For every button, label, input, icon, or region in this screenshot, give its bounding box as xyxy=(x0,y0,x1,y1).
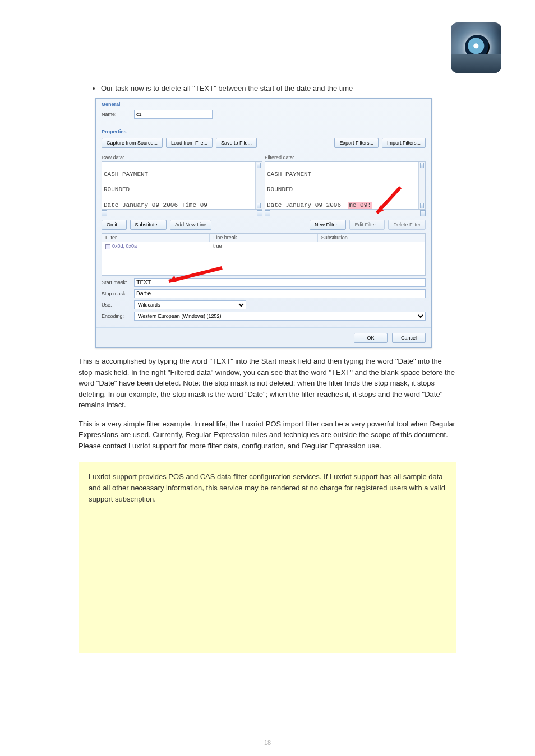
page-number: 18 xyxy=(0,739,535,746)
name-label: Name: xyxy=(102,112,131,117)
new-filter-button[interactable]: New Filter... xyxy=(310,220,347,230)
edit-filter-button[interactable]: Edit Filter... xyxy=(349,220,385,230)
col-filter: Filter xyxy=(102,234,210,242)
raw-scrollbar-h[interactable] xyxy=(102,210,262,216)
filter-table-body[interactable]: 0x0d, 0x0a true xyxy=(102,242,426,276)
section-properties-title: Properties xyxy=(102,129,426,134)
stop-mask-label: Stop mask: xyxy=(102,291,131,296)
load-from-file-button[interactable]: Load from File... xyxy=(166,138,213,148)
linebreak-value-cell: true xyxy=(213,243,222,249)
substitute-button[interactable]: Substitute... xyxy=(130,220,167,230)
filtered-data-box: CASH PAYMENT ROUNDED Date January 09 200… xyxy=(265,161,426,210)
table-row: 0x0d, 0x0a xyxy=(102,243,210,275)
cancel-button[interactable]: Cancel xyxy=(392,333,426,343)
filtered-data-label: Filtered data: xyxy=(265,155,426,160)
paragraph-1: This is accomplished by typing the word … xyxy=(79,356,456,411)
start-mask-input[interactable] xyxy=(134,278,426,287)
brand-logo xyxy=(451,22,501,73)
encoding-select[interactable]: Western European (Windows) (1252) xyxy=(134,312,426,321)
wolf-muzzle xyxy=(451,54,501,73)
delete-filter-button[interactable]: Delete Filter xyxy=(388,220,426,230)
capture-from-source-button[interactable]: Capture from Source... xyxy=(102,138,163,148)
intro-bullet: Our task now is to delete all "TEXT" bet… xyxy=(101,84,501,92)
name-input[interactable] xyxy=(134,110,213,119)
row-marker-icon xyxy=(105,244,110,249)
support-callout: Luxriot support provides POS and CAS dat… xyxy=(79,462,456,653)
filter-table-header: Filter Line break Substitution xyxy=(102,233,426,242)
add-new-line-button[interactable]: Add New Line xyxy=(170,220,211,230)
export-filters-button[interactable]: Export Filters... xyxy=(334,138,379,148)
raw-scrollbar-v[interactable] xyxy=(255,162,262,209)
paragraph-2: This is a very simple filter example. In… xyxy=(79,419,456,452)
filter-value-cell: 0x0d, 0x0a xyxy=(112,243,137,249)
stop-mask-input[interactable] xyxy=(134,289,426,298)
encoding-label: Encoding: xyxy=(102,313,131,319)
ok-button[interactable]: OK xyxy=(354,333,388,343)
filtered-scrollbar-h[interactable] xyxy=(265,210,426,216)
use-label: Use: xyxy=(102,302,131,308)
filter-config-dialog: General Name: Properties Capture from So… xyxy=(95,98,432,348)
import-filters-button[interactable]: Import Filters... xyxy=(382,138,426,148)
raw-data-label: Raw data: xyxy=(102,155,262,160)
col-linebreak: Line break xyxy=(210,234,317,242)
section-general-title: General xyxy=(102,101,426,107)
raw-data-box: CASH PAYMENT ROUNDED Date January 09 200… xyxy=(102,161,262,210)
filtered-scrollbar-v[interactable] xyxy=(418,162,425,209)
omit-button[interactable]: Omit... xyxy=(102,220,127,230)
start-mask-label: Start mask: xyxy=(102,280,131,285)
highlight-token: me 09: xyxy=(348,202,372,210)
use-select[interactable]: Wildcards xyxy=(134,300,246,309)
save-to-file-button[interactable]: Save to File... xyxy=(216,138,257,148)
col-substitution: Substitution xyxy=(318,234,425,242)
intro-bullet-list: Our task now is to delete all "TEXT" bet… xyxy=(79,84,501,92)
